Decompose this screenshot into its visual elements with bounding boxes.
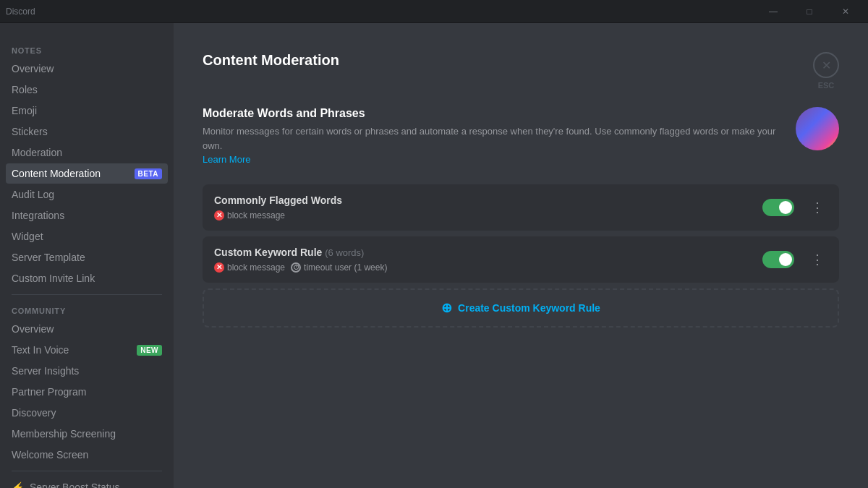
section-heading-text: Moderate Words and Phrases Monitor messa… [203,107,784,167]
sidebar-item-content-moderation[interactable]: Content Moderation BETA [6,163,168,184]
sidebar-item-audit-log[interactable]: Audit Log [6,184,168,205]
tag-block-2: ✕ block message [214,262,285,273]
section-desc: Monitor messages for certain words or ph… [203,124,784,167]
toggle-container-1: ✓ ⋮ [762,197,827,218]
section-title: Moderate Words and Phrases [203,107,784,120]
sidebar-item-roles[interactable]: Roles [6,80,168,100]
beta-badge: BETA [135,168,162,179]
boost-icon: ⚡ [12,481,24,488]
sidebar-item-custom-invite-link[interactable]: Custom Invite Link [6,268,168,288]
sidebar-item-partner-program[interactable]: Partner Program [6,382,168,402]
sidebar-item-moderation[interactable]: Moderation [6,142,168,163]
toggle-1[interactable]: ✓ [762,199,794,216]
rule-title-2: Custom Keyword Rule (6 words) [214,247,762,258]
tag-label-block-2: block message [227,262,285,273]
sidebar-item-discovery[interactable]: Discovery [6,403,168,423]
maximize-button[interactable]: □ [793,0,826,23]
create-custom-keyword-rule-button[interactable]: ⊕ Create Custom Keyword Rule [203,288,839,328]
rule-title-1: Commonly Flagged Words [214,194,762,206]
sidebar-item-text-in-voice[interactable]: Text In Voice NEW [6,340,168,360]
toggle-knob-1 [779,201,792,214]
rule-card-left-1: Commonly Flagged Words ✕ block message [214,194,762,221]
avatar [796,107,839,150]
sidebar-item-server-insights[interactable]: Server Insights [6,361,168,381]
sidebar-item-overview-2[interactable]: Overview [6,319,168,339]
block-icon-1: ✕ [214,210,224,221]
rule-card-left-2: Custom Keyword Rule (6 words) ✕ block me… [214,247,762,273]
app-container: NOTES Overview Roles Emoji Stickers Mode… [0,23,868,488]
rule-title-suffix-2: (6 words) [325,247,364,258]
block-icon-2: ✕ [214,262,224,273]
sidebar-item-widget[interactable]: Widget [6,226,168,247]
rules-list: Commonly Flagged Words ✕ block message ✓… [203,184,839,283]
toggle-knob-2 [779,253,792,266]
minimize-button[interactable]: — [757,0,790,23]
page-header: Content Moderation ✕ ESC [203,52,839,90]
divider-2 [12,471,162,471]
close-icon[interactable]: ✕ [813,52,839,78]
sidebar-item-welcome-screen[interactable]: Welcome Screen [6,445,168,465]
sidebar-item-server-boost-status[interactable]: ⚡ Server Boost Status [6,477,168,488]
main-content: Content Moderation ✕ ESC Moderate Words … [174,23,868,488]
tag-block-1: ✕ block message [214,210,285,221]
tag-label-block-1: block message [227,210,285,221]
rule-card-custom-keyword: Custom Keyword Rule (6 words) ✕ block me… [203,236,839,283]
esc-label: ESC [818,81,835,90]
section-heading: Moderate Words and Phrases Monitor messa… [203,107,839,167]
plus-icon: ⊕ [441,300,452,316]
toggle-container-2: ✓ ⋮ [762,249,827,270]
sidebar-item-membership-screening[interactable]: Membership Screening [6,424,168,444]
create-rule-label: Create Custom Keyword Rule [458,302,600,314]
sidebar-section-notes: NOTES [6,40,168,58]
rule-tags-1: ✕ block message [214,210,762,221]
sidebar-item-server-template[interactable]: Server Template [6,247,168,267]
rule-tags-2: ✕ block message ⏱ timeout user (1 week) [214,262,762,273]
tag-label-timeout-2: timeout user (1 week) [304,262,387,273]
title-bar-left: Discord [6,7,35,17]
sidebar-item-overview-1[interactable]: Overview [6,59,168,79]
esc-button[interactable]: ✕ ESC [813,52,839,90]
page-title: Content Moderation [203,52,339,69]
sidebar-item-boost-label: Server Boost Status [30,481,120,488]
learn-more-link[interactable]: Learn More [203,154,250,165]
sidebar-item-emoji[interactable]: Emoji [6,100,168,121]
sidebar-item-integrations[interactable]: Integrations [6,205,168,226]
tag-timeout-2: ⏱ timeout user (1 week) [291,262,387,273]
clock-icon-2: ⏱ [291,262,301,273]
title-bar: Discord — □ ✕ [0,0,868,23]
close-button[interactable]: ✕ [829,0,862,23]
app-name: Discord [6,7,35,17]
sidebar: NOTES Overview Roles Emoji Stickers Mode… [0,23,174,488]
more-options-button-1[interactable]: ⋮ [807,197,827,218]
sidebar-section-community: COMMUNITY [6,301,168,318]
more-options-button-2[interactable]: ⋮ [807,249,827,270]
new-badge: NEW [137,345,162,356]
sidebar-item-stickers[interactable]: Stickers [6,121,168,142]
title-bar-controls: — □ ✕ [757,0,862,23]
toggle-2[interactable]: ✓ [762,251,794,268]
divider-1 [12,294,162,295]
rule-card-commonly-flagged: Commonly Flagged Words ✕ block message ✓… [203,184,839,231]
